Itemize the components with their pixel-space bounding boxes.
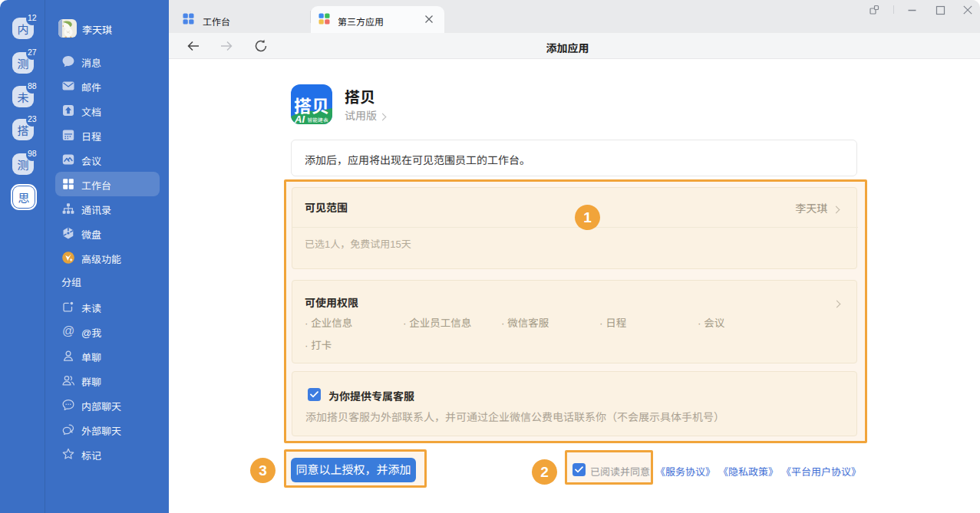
svg-text:智能建表: 智能建表 (308, 116, 328, 123)
svg-text:@: @ (62, 324, 74, 337)
svg-text:AI: AI (294, 113, 305, 124)
